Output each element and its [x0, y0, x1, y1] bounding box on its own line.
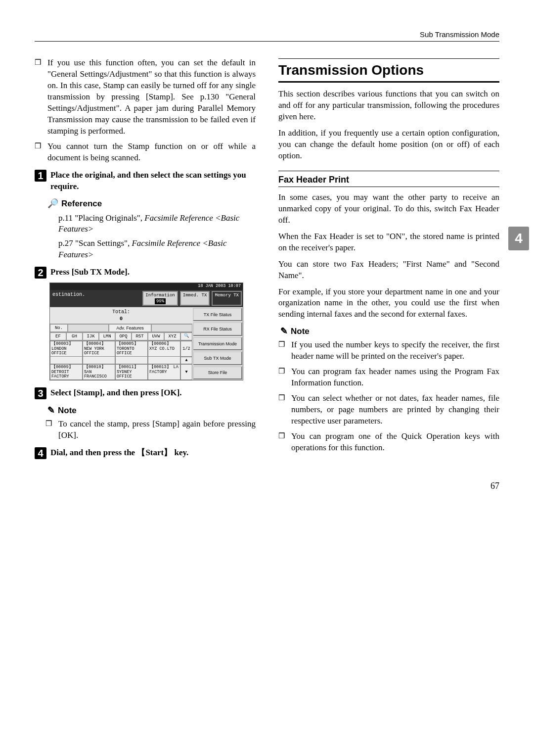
- lcd-timestamp: 18 JAN 2003 10:07: [50, 283, 243, 289]
- lcd-memory-tx-button[interactable]: Memory TX: [212, 291, 242, 306]
- lcd-dest-cell[interactable]: 【00006】 XYZ CO.LTD: [148, 341, 180, 357]
- step-2-text: Press [Sub TX Mode].: [50, 267, 256, 278]
- paragraph: In some cases, you may want the other pa…: [278, 192, 499, 226]
- lcd-spacer: [148, 357, 180, 364]
- lcd-dest-cell[interactable]: 【00003】 LONDON OFFICE: [50, 341, 83, 357]
- lcd-total: Total: 0: [50, 307, 192, 324]
- note-icon: ✎: [280, 326, 288, 336]
- paragraph: When the Fax Header is set to "ON", the …: [278, 231, 499, 254]
- lcd-adv-features-button[interactable]: Adv. Features: [109, 324, 151, 332]
- lcd-tx-file-status-button[interactable]: TX File Status: [193, 308, 242, 321]
- lcd-no-label: No.: [50, 324, 68, 332]
- note-bullet: You can program one of the Quick Operati…: [291, 431, 499, 454]
- lcd-transmission-mode-button[interactable]: Transmission Mode: [193, 337, 242, 350]
- lcd-up-arrow-icon[interactable]: ▲: [180, 357, 192, 364]
- step-1-badge: 1: [35, 170, 46, 182]
- lcd-screenshot: 18 JAN 2003 10:07 estination. Informatio…: [49, 283, 243, 380]
- lcd-immed-tx-button[interactable]: Immed. TX: [180, 291, 210, 306]
- note-label: Note: [291, 327, 310, 336]
- lcd-store-file-button[interactable]: Store File: [193, 366, 242, 379]
- lcd-spacer: [83, 357, 115, 364]
- lcd-search-icon[interactable]: 🔍: [180, 332, 192, 340]
- paragraph: In addition, if you frequently use a cer…: [278, 128, 499, 162]
- lcd-page-indicator: 1/2: [180, 341, 192, 357]
- paragraph: This section describes various functions…: [278, 89, 499, 123]
- lcd-alpha-tab[interactable]: GH: [66, 332, 83, 340]
- lcd-alpha-tab[interactable]: EF: [50, 332, 66, 340]
- note-bullet: To cancel the stamp, press [Stamp] again…: [58, 419, 256, 441]
- note-heading: ✎Note: [47, 404, 256, 417]
- lcd-rx-file-status-button[interactable]: RX File Status: [193, 322, 242, 335]
- step-4-badge: 4: [35, 447, 46, 459]
- note-bullet: If you used the number keys to specify t…: [291, 339, 499, 362]
- lcd-alpha-tab[interactable]: OPQ: [115, 332, 132, 340]
- lcd-dest-cell[interactable]: 【00011】 SYDNEY OFFICE: [115, 364, 148, 380]
- reference-text: p.27 "Scan Settings",: [58, 238, 132, 248]
- lcd-field[interactable]: [68, 324, 109, 332]
- lcd-down-arrow-icon[interactable]: ▼: [180, 364, 192, 380]
- lcd-spacer: [115, 357, 148, 364]
- note-label: Note: [58, 406, 77, 415]
- note-bullet: You can select whether or not dates, fax…: [291, 393, 499, 427]
- step-2-badge: 2: [35, 267, 46, 279]
- lcd-alpha-tab[interactable]: RST: [132, 332, 148, 340]
- reference-heading: 🔎Reference: [47, 197, 256, 210]
- lcd-alpha-tab[interactable]: XYZ: [164, 332, 180, 340]
- reference-label: Reference: [61, 199, 102, 208]
- lcd-alpha-tab[interactable]: LMN: [99, 332, 115, 340]
- side-tab: 4: [508, 227, 529, 250]
- reference-text: p.11 "Placing Originals",: [58, 213, 144, 223]
- reference-body: p.11 "Placing Originals", Facsimile Refe…: [58, 213, 256, 261]
- lcd-dest-cell[interactable]: 【00004】 NEW YORK OFFICE: [83, 341, 115, 357]
- lcd-alpha-tab[interactable]: UVW: [148, 332, 164, 340]
- section-heading-transmission-options: Transmission Options: [278, 58, 499, 83]
- lcd-dest-cell[interactable]: 【00013】 LA FACTORY: [148, 364, 180, 380]
- running-header: Sub Transmission Mode: [35, 30, 499, 40]
- note-bullet: You can program fax header names using t…: [291, 366, 499, 389]
- lcd-spacer: [50, 357, 83, 364]
- lcd-alpha-tab[interactable]: IJK: [83, 332, 99, 340]
- lcd-pct: 99%: [155, 298, 166, 304]
- step-1-text: Place the original, and then select the …: [50, 170, 256, 192]
- subsection-heading-fax-header-print: Fax Header Print: [278, 171, 499, 187]
- lcd-information-button[interactable]: Information 99%: [142, 291, 178, 306]
- reference-icon: 🔎: [47, 198, 58, 208]
- lcd-sub-tx-mode-button[interactable]: Sub TX Mode: [193, 351, 242, 365]
- step-3-badge: 3: [35, 387, 46, 399]
- lcd-info-label: Information: [145, 293, 175, 298]
- header-rule: [35, 41, 499, 42]
- paragraph: You can store two Fax Headers; "First Na…: [278, 259, 499, 282]
- page-number: 67: [35, 480, 499, 492]
- bullet-item: If you use this function often, you can …: [47, 57, 256, 137]
- lcd-dest-cell[interactable]: 【00010】 SAN FRANCISCO: [83, 364, 115, 380]
- step-4-text: Dial, and then press the 【Start】 key.: [50, 447, 256, 459]
- lcd-dest-cell[interactable]: 【00005】 TORONTO OFFICE: [115, 341, 148, 357]
- lcd-dest-cell[interactable]: 【00009】 DETROIT FACTORY: [50, 364, 83, 380]
- paragraph: For example, if you store your departmen…: [278, 286, 499, 321]
- note-heading: ✎Note: [280, 325, 499, 337]
- lcd-destination: estination.: [50, 290, 141, 307]
- bullet-item: You cannot turn the Stamp function on or…: [47, 141, 256, 164]
- lcd-field[interactable]: [151, 324, 192, 332]
- note-icon: ✎: [47, 405, 55, 415]
- step-3-text: Select [Stamp], and then press [OK].: [50, 387, 256, 399]
